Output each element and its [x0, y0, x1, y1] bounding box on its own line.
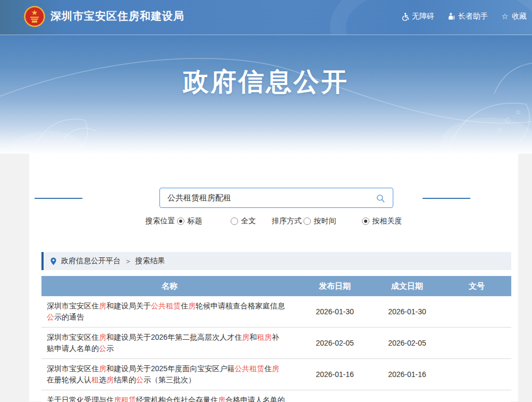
- radio-option-title[interactable]: 标题: [177, 216, 202, 226]
- title-text: 合格申请人名单的: [225, 396, 285, 402]
- accessibility-link[interactable]: 无障碍: [401, 12, 434, 21]
- search-icon: [375, 193, 386, 204]
- utility-nav: 无障碍 长者助手 ☆ 收藏: [401, 12, 527, 21]
- radio-option-bytime[interactable]: 按时间: [303, 216, 336, 226]
- radio-title-icon[interactable]: [177, 217, 184, 225]
- column-header-written-date: 成文日期: [372, 281, 442, 291]
- site-title: 深圳市宝安区住房和建设局: [50, 9, 184, 23]
- radio-bytime-icon[interactable]: [303, 217, 311, 225]
- column-header-doc-number: 文号: [442, 281, 511, 291]
- radio-title-label[interactable]: 标题: [188, 216, 202, 226]
- search-options-row: 搜索位置 标题 全文 排序方式 按时间 按相关度: [29, 216, 518, 226]
- publish-date: 2026-01-16: [298, 370, 372, 379]
- result-title-link[interactable]: 深圳市宝安区住房和建设局关于2025年度面向宝安区户籍公共租赁住房在册轮候人认租…: [41, 359, 298, 390]
- radio-fulltext-icon[interactable]: [231, 217, 238, 225]
- title-text: 深圳市宝安区住: [47, 333, 99, 341]
- column-header-name: 名称: [41, 281, 298, 291]
- page-body: 搜索位置 标题 全文 排序方式 按时间 按相关度: [0, 154, 532, 401]
- elder-icon: [447, 12, 455, 21]
- banner: 政府信息公开: [0, 35, 532, 154]
- keyword-highlight: 公: [136, 375, 143, 384]
- publish-date: 2026-01-30: [298, 307, 372, 316]
- keyword-highlight: 房: [218, 396, 225, 402]
- radio-fulltext-label[interactable]: 全文: [241, 216, 256, 226]
- radio-byrelevance-icon[interactable]: [362, 217, 369, 225]
- keyword-highlight: 公共租赁: [151, 302, 181, 310]
- search-decoration-line-left: [35, 198, 82, 199]
- keyword-highlight: 房: [99, 364, 106, 373]
- result-title-link[interactable]: 深圳市宝安区住房和建设局关于公共租赁住房轮候申请核查合格家庭信息公示的通告: [41, 296, 298, 327]
- title-text: 和: [249, 333, 257, 341]
- radio-byrelevance-label[interactable]: 按相关度: [373, 216, 402, 226]
- search-position-label: 搜索位置: [146, 216, 175, 226]
- keyword-highlight: 房: [272, 364, 279, 373]
- results-table-body: 深圳市宝安区住房和建设局关于公共租赁住房轮候申请核查合格家庭信息公示的通告202…: [41, 296, 511, 402]
- radio-option-fulltext[interactable]: 全文: [231, 216, 256, 226]
- title-text: 示: [106, 344, 114, 353]
- table-row: 关于日常化受理与住房租赁经营机构合作社会存量住房合格申请人名单的公示2026-0…: [41, 390, 511, 402]
- keyword-highlight: 房: [106, 375, 114, 384]
- table-row: 深圳市宝安区住房和建设局关于2025年度面向宝安区户籍公共租赁住房在册轮候人认租…: [41, 359, 511, 390]
- column-header-publish-date: 发布日期: [298, 281, 372, 291]
- title-text: 和建设局关于2026年第二批高层次人才住: [106, 333, 242, 341]
- breadcrumb-current: 搜索结果: [136, 256, 165, 266]
- written-date: 2026-02-05: [372, 339, 442, 347]
- written-date: 2026-01-30: [372, 307, 442, 316]
- title-text: 关于日常化受理与住: [47, 396, 114, 402]
- title-text: 结果的: [114, 375, 136, 384]
- title-text: 示的通告: [54, 313, 84, 321]
- keyword-highlight: 租房: [257, 333, 272, 341]
- title-text: 深圳市宝安区住: [47, 364, 99, 373]
- brand: 深圳市宝安区住房和建设局: [24, 6, 184, 27]
- favorite-link[interactable]: ☆ 收藏: [501, 12, 527, 21]
- title-text: 经营机构合作社会存量住: [136, 396, 218, 402]
- top-bar: 深圳市宝安区住房和建设局 无障碍 长者助手: [0, 0, 532, 35]
- national-emblem-logo: [24, 6, 45, 27]
- radio-bytime-label[interactable]: 按时间: [314, 216, 336, 226]
- title-text: 和建设局关于: [106, 302, 151, 310]
- table-row: 深圳市宝安区住房和建设局关于2026年第二批高层次人才住房和租房补贴申请人名单的…: [41, 328, 511, 359]
- keyword-highlight: 房: [99, 302, 106, 310]
- page-title: 政府信息公开: [0, 35, 532, 99]
- star-icon: ☆: [501, 12, 509, 21]
- breadcrumb-root-link[interactable]: 政府信息公开平台: [61, 256, 121, 266]
- elder-mode-label: 长者助手: [458, 12, 488, 21]
- keyword-highlight: 房: [242, 333, 249, 341]
- elder-mode-link[interactable]: 长者助手: [447, 12, 488, 21]
- results-table-header: 名称 发布日期 成文日期 文号: [41, 276, 511, 296]
- title-text: 深圳市宝安区住: [47, 302, 99, 310]
- keyword-highlight: 房: [99, 333, 106, 341]
- search-decoration-line-right: [423, 198, 470, 199]
- content-card: 搜索位置 标题 全文 排序方式 按时间 按相关度: [29, 154, 518, 401]
- title-text: 选: [99, 375, 106, 384]
- result-title-link[interactable]: 关于日常化受理与住房租赁经营机构合作社会存量住房合格申请人名单的公示: [41, 390, 298, 402]
- result-title-link[interactable]: 深圳市宝安区住房和建设局关于2026年第二批高层次人才住房和租房补贴申请人名单的…: [41, 328, 298, 358]
- favorite-label: 收藏: [512, 12, 527, 21]
- search-input[interactable]: [159, 188, 393, 208]
- title-text: 示（第三批次）: [143, 375, 196, 384]
- keyword-highlight: 房: [188, 302, 196, 310]
- search-button[interactable]: [374, 192, 387, 205]
- location-pin-icon: [50, 257, 57, 265]
- publish-date: 2026-02-05: [298, 339, 372, 347]
- title-text: 在册轮候人认: [47, 375, 91, 384]
- sort-mode-label: 排序方式: [272, 216, 302, 226]
- title-text: 住: [181, 302, 188, 310]
- written-date: 2026-01-16: [372, 370, 442, 379]
- keyword-highlight: 公共租赁: [234, 364, 264, 373]
- title-text: 轮候申请核查合格家庭信息: [196, 302, 285, 310]
- keyword-highlight: 租: [91, 375, 99, 384]
- table-row: 深圳市宝安区住房和建设局关于公共租赁住房轮候申请核查合格家庭信息公示的通告202…: [41, 296, 511, 328]
- keyword-highlight: 房租赁: [114, 396, 136, 402]
- keyword-highlight: 公: [99, 344, 106, 353]
- breadcrumb: 政府信息公开平台 > 搜索结果: [41, 252, 511, 270]
- keyword-highlight: 公: [47, 313, 54, 321]
- breadcrumb-separator: >: [126, 257, 130, 265]
- accessibility-icon: [401, 12, 409, 21]
- title-text: 和建设局关于2025年度面向宝安区户籍: [106, 364, 234, 373]
- accessibility-label: 无障碍: [412, 12, 434, 21]
- results-table: 名称 发布日期 成文日期 文号 深圳市宝安区住房和建设局关于公共租赁住房轮候申请…: [41, 276, 511, 402]
- radio-option-byrelevance[interactable]: 按相关度: [362, 216, 402, 226]
- title-text: 住: [264, 364, 272, 373]
